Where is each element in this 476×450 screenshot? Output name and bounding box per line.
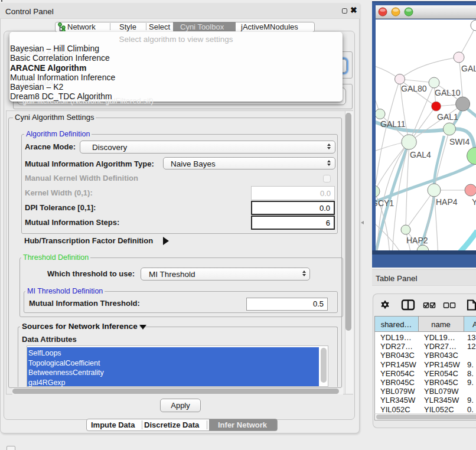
svg-text:GAL1: GAL1 (437, 112, 458, 122)
svg-text:GAL7: GAL7 (461, 64, 476, 73)
svg-text:GAL11: GAL11 (380, 119, 406, 129)
svg-text:HAP4: HAP4 (436, 197, 458, 207)
svg-text:GAL4: GAL4 (410, 150, 431, 159)
svg-text:GAL80: GAL80 (401, 84, 427, 93)
svg-text:SWI4: SWI4 (449, 137, 470, 146)
svg-text:HAP2: HAP2 (406, 236, 428, 245)
svg-text:Y: Y (472, 197, 476, 207)
svg-text:GAL10: GAL10 (435, 88, 461, 97)
